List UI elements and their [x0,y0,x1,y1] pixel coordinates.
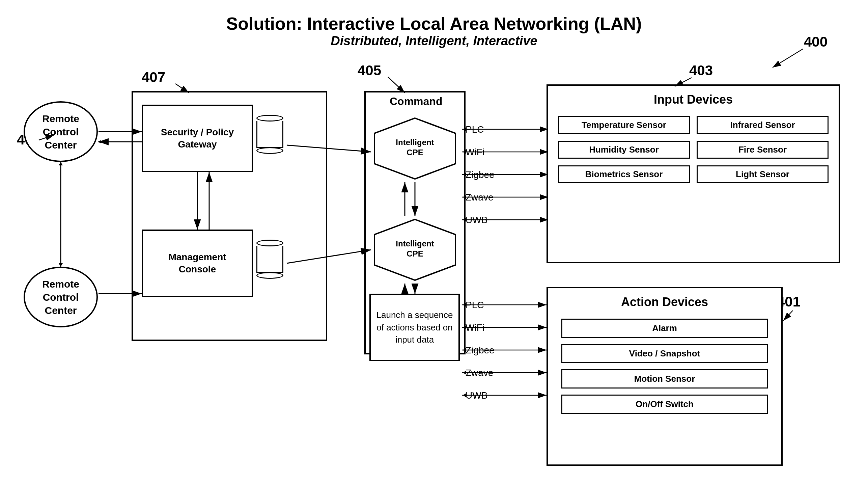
sensor-infrared: Infrared Sensor [697,116,829,134]
proto-bot-zigbee: Zigbee [466,345,495,356]
management-console-box: ManagementConsole [142,230,253,297]
ref-403: 403 [689,62,713,79]
ref-407: 407 [142,69,165,85]
proto-top-plc: PLC [466,124,484,135]
svg-line-47 [388,77,405,93]
action-motion: Motion Sensor [561,369,768,389]
cyl-top-1 [256,115,283,122]
security-gateway-label: Security / PolicyGateway [161,126,234,151]
sensor-grid: Temperature Sensor Infrared Sensor Humid… [558,116,829,183]
remote-control-top: RemoteControlCenter [24,101,98,162]
proto-bot-plc: PLC [466,300,484,311]
title-main: Solution: Interactive Local Area Network… [226,14,642,34]
input-devices-title: Input Devices [548,92,839,107]
proto-bot-zwave: Zwave [466,368,493,378]
ref-405: 405 [358,62,381,79]
proto-top-wifi: WiFi [466,147,484,158]
remote-control-top-label: RemoteControlCenter [42,112,79,152]
management-console-label: ManagementConsole [168,251,226,276]
svg-marker-11 [98,140,101,143]
launch-label: Launch a sequence of actions based on in… [374,309,455,346]
sensor-temperature: Temperature Sensor [558,116,690,134]
cyl-top-2 [256,240,283,246]
sensor-fire: Fire Sensor [697,141,829,159]
svg-line-44 [773,49,803,68]
command-label: Command [390,95,442,108]
sensor-light: Light Sensor [697,165,829,183]
gateway-cylinder [256,115,283,154]
cyl-body-2 [256,246,283,273]
svg-text:Intelligent: Intelligent [396,138,434,147]
title-sub: Distributed, Intelligent, Interactive [226,34,642,48]
proto-bot-wifi: WiFi [466,322,484,333]
remote-control-bottom-label: RemoteControlCenter [42,277,79,317]
remote-control-bottom: RemoteControlCenter [24,267,98,327]
cyl-body-1 [256,121,283,148]
sensor-biometrics: Biometrics Sensor [558,165,690,183]
ref-400: 400 [804,34,828,50]
title-block: Solution: Interactive Local Area Network… [226,14,642,48]
action-alarm: Alarm [561,319,768,338]
proto-top-zwave: Zwave [466,192,493,203]
input-devices-box: Input Devices Temperature Sensor Infrare… [547,84,840,263]
cyl-bottom-2 [256,272,283,279]
action-devices-title: Action Devices [548,295,781,309]
launch-box: Launch a sequence of actions based on in… [369,294,460,361]
svg-text:Intelligent: Intelligent [396,239,434,248]
proto-top-zigbee: Zigbee [466,169,495,180]
action-video: Video / Snapshot [561,344,768,363]
proto-bot-uwb: UWB [466,390,487,401]
proto-top-uwb: UWB [466,215,487,225]
management-cylinder [256,240,283,279]
svg-text:CPE: CPE [407,249,423,258]
svg-text:CPE: CPE [407,148,423,157]
svg-marker-14 [59,263,63,267]
sensor-humidity: Humidity Sensor [558,141,690,159]
diagram: Solution: Interactive Local Area Network… [0,0,868,482]
intelligent-cpe-1-svg: Intelligent CPE [371,115,459,182]
action-devices-box: Action Devices Alarm Video / Snapshot Mo… [547,287,783,466]
cyl-bottom-1 [256,147,283,154]
svg-line-45 [783,311,793,321]
intelligent-cpe-2-svg: Intelligent CPE [371,216,459,284]
action-switch: On/Off Switch [561,395,768,414]
action-list: Alarm Video / Snapshot Motion Sensor On/… [561,319,768,414]
security-gateway-box: Security / PolicyGateway [142,105,253,172]
svg-marker-15 [59,162,63,165]
